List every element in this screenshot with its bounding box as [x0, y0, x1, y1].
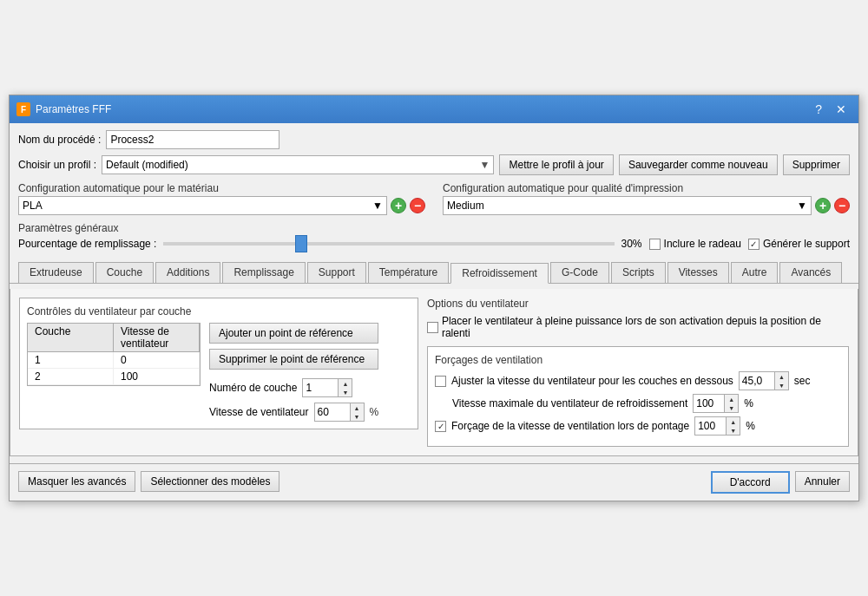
remplissage-label: Pourcentage de remplissage :: [18, 238, 156, 250]
fan-table-wrapper: Couche Vitesse de ventilateur 1 0 2: [27, 323, 201, 422]
qualite-remove-button[interactable]: −: [834, 198, 850, 213]
vitesse-ventilateur-spinbox[interactable]: ▲ ▼: [314, 403, 365, 422]
qualite-row: Medium ▼ + −: [443, 196, 850, 215]
save-new-button[interactable]: Sauvegarder comme nouveau: [619, 154, 778, 175]
tab-couche[interactable]: Couche: [95, 262, 154, 283]
vitesse-ventilateur-input[interactable]: [315, 403, 350, 421]
title-bar-left: F Paramètres FFF: [16, 102, 111, 116]
qualite-combo[interactable]: Medium ▼: [443, 196, 812, 215]
generer-support-label: Générer le support: [763, 238, 850, 250]
forcage-pontage-arrows: ▲ ▼: [726, 417, 740, 435]
materiau-combo[interactable]: PLA ▼: [18, 196, 387, 215]
tab-additions[interactable]: Additions: [155, 262, 220, 283]
forcage-pontage-checkbox[interactable]: [435, 421, 446, 432]
tab-scripts[interactable]: Scripts: [611, 262, 666, 283]
numero-couche-down[interactable]: ▼: [338, 388, 352, 396]
fan-control-title: Contrôles du ventilateur par couche: [27, 305, 411, 318]
fan-table-header: Couche Vitesse de ventilateur: [28, 324, 200, 352]
nom-procede-row: Nom du procédé :: [18, 130, 850, 149]
profil-combo[interactable]: Default (modified) ▼: [102, 155, 494, 174]
ajuster-unit: sec: [794, 375, 811, 387]
config-row: Configuration automatique pour le matéri…: [18, 180, 850, 215]
parametres-generaux-section: Paramètres généraux Pourcentage de rempl…: [18, 220, 850, 253]
tab-extrudeuse[interactable]: Extrudeuse: [18, 262, 94, 283]
generer-support-row: Générer le support: [748, 238, 850, 250]
ajuster-spinbox[interactable]: ▲ ▼: [739, 371, 789, 390]
ajuster-checkbox[interactable]: [435, 376, 446, 387]
fan-options-title: Options du ventilateur: [427, 298, 849, 310]
accord-button[interactable]: D'accord: [711, 471, 790, 494]
fan-cell-vitesse-2: 100: [114, 369, 200, 384]
numero-couche-arrows: ▲ ▼: [338, 379, 352, 396]
delete-button[interactable]: Supprimer: [783, 154, 850, 175]
full-power-checkbox[interactable]: [427, 322, 438, 333]
nom-procede-input[interactable]: [106, 130, 279, 149]
ajuster-row: Ajuster la vitesse du ventilateur pour l…: [435, 371, 841, 390]
full-power-label: Placer le ventilateur à pleine puissance…: [442, 315, 849, 339]
fan-row-2[interactable]: 2 100: [28, 369, 200, 385]
inclure-radeau-checkbox[interactable]: [649, 239, 661, 250]
materiau-add-button[interactable]: +: [391, 198, 406, 213]
ajuster-down[interactable]: ▼: [774, 381, 788, 390]
remove-reference-button[interactable]: Supprimer le point de référence: [209, 349, 378, 370]
vitesse-ventilateur-row: Vitesse de ventilateur ▲ ▼ %: [209, 403, 378, 422]
tab-remplissage[interactable]: Remplissage: [222, 262, 305, 283]
materiau-remove-button[interactable]: −: [410, 198, 425, 213]
vitesse-unit: %: [370, 406, 379, 418]
forcage-pontage-row: Forçage de la vitesse de ventilation lor…: [435, 416, 841, 436]
forcage-pontage-input[interactable]: [695, 417, 726, 435]
vitesse-max-down[interactable]: ▼: [724, 403, 738, 412]
add-reference-button[interactable]: Ajouter un point de référence: [209, 323, 378, 344]
remplissage-slider[interactable]: [163, 242, 614, 246]
forcage-pontage-spinbox[interactable]: ▲ ▼: [694, 416, 740, 436]
help-button[interactable]: ?: [810, 101, 827, 118]
selectionner-modeles-button[interactable]: Sélectionner des modèles: [141, 471, 279, 492]
choisir-profil-label: Choisir un profil :: [18, 159, 96, 171]
update-profile-button[interactable]: Mettre le profil à jour: [499, 154, 613, 175]
vitesse-max-label: Vitesse maximale du ventilateur de refro…: [452, 397, 687, 409]
tab-refroidissement[interactable]: Refroidissement: [450, 263, 549, 284]
header-couche: Couche: [28, 324, 114, 351]
fan-options-section: Options du ventilateur Placer le ventila…: [427, 298, 849, 339]
numero-couche-spinbox[interactable]: ▲ ▼: [302, 378, 352, 397]
vitesse-max-spinbox[interactable]: ▲ ▼: [693, 394, 739, 413]
tab-support[interactable]: Support: [307, 262, 366, 283]
config-qualite-section: Configuration automatique pour qualité d…: [443, 180, 850, 215]
numero-couche-input[interactable]: [303, 379, 338, 396]
forcages-section: Forçages de ventilation Ajuster la vites…: [427, 346, 849, 447]
forcage-pontage-down[interactable]: ▼: [726, 426, 740, 435]
profil-combo-value: Default (modified): [106, 159, 188, 171]
vitesse-max-arrows: ▲ ▼: [724, 395, 738, 412]
tab-avances[interactable]: Avancés: [779, 262, 842, 283]
generer-support-checkbox[interactable]: [748, 239, 760, 250]
close-button[interactable]: ✕: [831, 101, 852, 118]
dialog-title: Paramètres FFF: [36, 103, 111, 115]
tab-gcode[interactable]: G-Code: [550, 262, 609, 283]
bottom-left: Masquer les avancés Sélectionner des mod…: [18, 471, 279, 494]
vitesse-ventilateur-up[interactable]: ▲: [350, 403, 364, 412]
vitesse-max-input[interactable]: [694, 395, 724, 412]
numero-couche-up[interactable]: ▲: [338, 379, 352, 388]
ajuster-up[interactable]: ▲: [774, 372, 788, 381]
remplissage-row: Pourcentage de remplissage : 30% Inclure…: [18, 238, 850, 250]
tab-temperature[interactable]: Température: [368, 262, 449, 283]
title-bar-controls: ? ✕: [810, 101, 852, 118]
fan-row-1[interactable]: 1 0: [28, 352, 200, 369]
vitesse-max-up[interactable]: ▲: [724, 395, 738, 403]
annuler-button[interactable]: Annuler: [795, 471, 850, 492]
tab-autre[interactable]: Autre: [731, 262, 779, 283]
forcage-pontage-up[interactable]: ▲: [726, 417, 740, 426]
ajuster-input[interactable]: [740, 372, 774, 390]
config-materiau-label: Configuration automatique pour le matéri…: [18, 182, 425, 194]
nom-procede-label: Nom du procédé :: [18, 134, 101, 146]
tab-vitesses[interactable]: Vitesses: [667, 262, 729, 283]
masquer-avances-button[interactable]: Masquer les avancés: [18, 471, 135, 492]
materiau-row: PLA ▼ + −: [18, 196, 425, 215]
vitesse-ventilateur-down[interactable]: ▼: [350, 412, 364, 421]
qualite-add-button[interactable]: +: [815, 198, 831, 213]
remplissage-pct: 30%: [621, 238, 642, 250]
qualite-value: Medium: [447, 200, 484, 212]
materiau-arrow: ▼: [372, 200, 383, 212]
profil-combo-arrow: ▼: [480, 159, 490, 171]
numero-couche-row: Numéro de couche ▲ ▼: [209, 378, 378, 397]
